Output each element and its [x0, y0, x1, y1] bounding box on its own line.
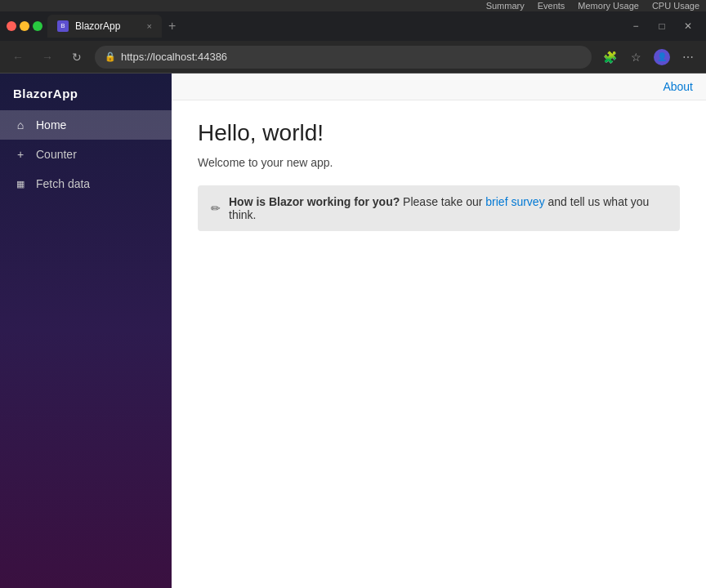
bookmark-button[interactable]: ☆	[624, 46, 647, 69]
page-subtitle: Welcome to your new app.	[198, 156, 680, 169]
page-title: Hello, world!	[198, 120, 680, 146]
grid-icon: ▦	[13, 179, 28, 189]
devtools-tab-memory[interactable]: Memory Usage	[578, 1, 639, 11]
window-close-button[interactable]	[7, 21, 16, 31]
extensions-button[interactable]: 🧩	[598, 46, 621, 69]
navigation-bar: ← → ↻ 🔒 https://localhost:44386 🧩 ☆ 👤 ⋯	[0, 41, 706, 74]
devtools-tab-summary[interactable]: Summary	[486, 1, 525, 11]
window-controls	[7, 21, 42, 31]
devtools-topbar: Summary Events Memory Usage CPU Usage	[0, 0, 706, 11]
sidebar-item-home-label: Home	[36, 118, 66, 131]
more-icon: ⋯	[682, 51, 694, 64]
refresh-icon: ↻	[72, 51, 82, 64]
back-button[interactable]: ←	[7, 46, 29, 69]
window-close-chrome[interactable]: ✕	[677, 15, 699, 38]
window-minimize-chrome[interactable]: −	[624, 15, 647, 38]
person-icon: 👤	[654, 49, 670, 65]
forward-icon: →	[42, 51, 53, 64]
account-button[interactable]: 👤	[650, 46, 673, 69]
survey-bold-text: How is Blazor working for you?	[229, 195, 400, 208]
plus-icon: +	[13, 148, 28, 161]
app-layout: BlazorApp ⌂ Home + Counter ▦ Fetch data …	[0, 74, 706, 588]
star-icon: ☆	[631, 51, 641, 64]
sidebar-item-home[interactable]: ⌂ Home	[0, 110, 172, 140]
browser-tab-active[interactable]: B BlazorApp ×	[47, 15, 162, 38]
window-maximize-button[interactable]	[33, 21, 42, 31]
nav-right-icons: 🧩 ☆ 👤 ⋯	[598, 46, 699, 69]
sidebar-item-fetchdata-label: Fetch data	[36, 177, 90, 190]
sidebar-nav: ⌂ Home + Counter ▦ Fetch data	[0, 110, 172, 198]
lock-icon: 🔒	[105, 51, 116, 62]
back-icon: ←	[12, 51, 24, 64]
forward-button[interactable]: →	[36, 46, 59, 69]
home-icon: ⌂	[13, 118, 28, 131]
about-link[interactable]: About	[663, 80, 693, 93]
survey-banner: ✏ How is Blazor working for you? Please …	[198, 185, 680, 231]
new-tab-button[interactable]: +	[165, 19, 179, 33]
window-minimize-button[interactable]	[20, 21, 29, 31]
survey-link[interactable]: brief survey	[485, 195, 544, 208]
sidebar-item-counter-label: Counter	[36, 148, 77, 161]
main-content: About Hello, world! Welcome to your new …	[172, 74, 706, 588]
browser-chrome: B BlazorApp × + − □ ✕	[0, 11, 706, 41]
tab-title: BlazorApp	[75, 20, 120, 32]
pencil-icon: ✏	[211, 202, 221, 215]
survey-mid-text: Please take our	[400, 195, 485, 208]
tab-bar: B BlazorApp × +	[47, 15, 619, 38]
sidebar-brand: BlazorApp	[0, 74, 172, 110]
sidebar-item-counter[interactable]: + Counter	[0, 140, 172, 169]
refresh-button[interactable]: ↻	[65, 46, 88, 69]
address-bar[interactable]: 🔒 https://localhost:44386	[95, 46, 592, 69]
more-options-button[interactable]: ⋯	[677, 46, 699, 69]
puzzle-icon: 🧩	[603, 51, 617, 64]
main-header: About	[172, 74, 706, 100]
main-body: Hello, world! Welcome to your new app. ✏…	[172, 100, 706, 251]
address-text: https://localhost:44386	[121, 51, 227, 63]
browser-content: BlazorApp ⌂ Home + Counter ▦ Fetch data …	[0, 74, 706, 588]
sidebar: BlazorApp ⌂ Home + Counter ▦ Fetch data	[0, 74, 172, 588]
window-restore-chrome[interactable]: □	[650, 15, 673, 38]
devtools-tab-events[interactable]: Events	[538, 1, 565, 11]
devtools-tab-cpu[interactable]: CPU Usage	[652, 1, 699, 11]
sidebar-item-fetchdata[interactable]: ▦ Fetch data	[0, 169, 172, 198]
tab-close-button[interactable]: ×	[147, 21, 152, 31]
tab-favicon: B	[57, 20, 69, 32]
survey-text: How is Blazor working for you? Please ta…	[229, 195, 667, 221]
